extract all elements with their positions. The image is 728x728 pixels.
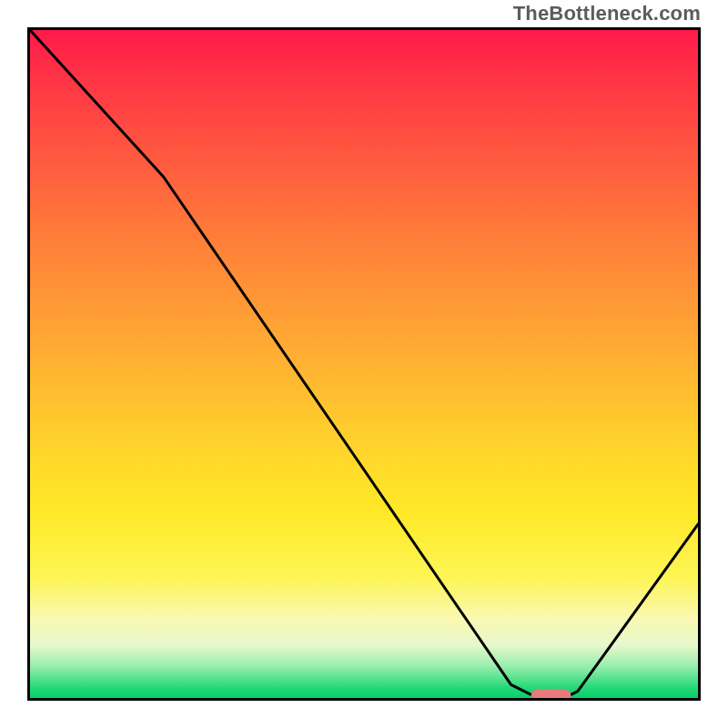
watermark-text: TheBottleneck.com bbox=[513, 2, 701, 25]
chart-marker-pill bbox=[531, 689, 571, 698]
chart-frame bbox=[27, 27, 701, 701]
chart-curve bbox=[30, 30, 698, 698]
chart-svg-layer bbox=[30, 30, 698, 698]
